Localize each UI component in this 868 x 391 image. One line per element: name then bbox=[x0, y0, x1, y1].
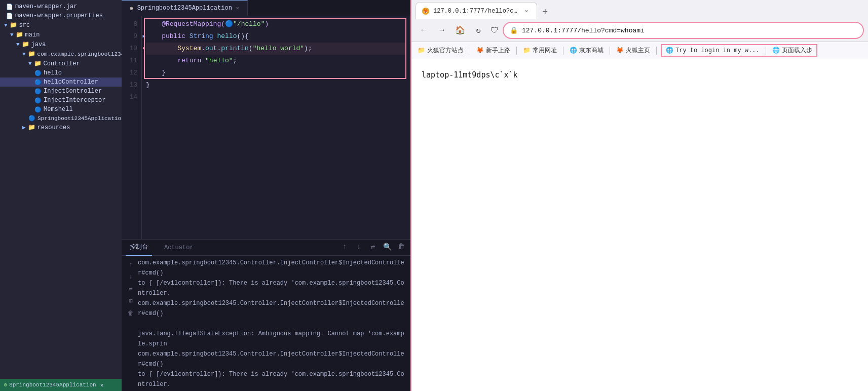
console-up-btn[interactable]: ↑ bbox=[339, 242, 350, 252]
folder-open-icon: ▼ bbox=[22, 51, 26, 57]
folder-open-icon: ▼ bbox=[4, 22, 8, 28]
tree-item-controller-folder[interactable]: ▼ 📁 Controller bbox=[0, 59, 122, 68]
tree-item-src[interactable]: ▼ 📁 src bbox=[0, 20, 122, 30]
bookmark-newbie[interactable]: 🦊 新手上路 bbox=[474, 45, 512, 56]
code-area: 8 9 10 11 12 13 14 @RequestMapping(🔵"/he… bbox=[122, 16, 410, 239]
editor-tab-springboot[interactable]: ⚙ Springboot12345Application ✕ bbox=[122, 0, 248, 16]
code-line-12: } bbox=[146, 67, 406, 79]
console-clear-btn[interactable]: 🗑 bbox=[396, 242, 406, 252]
browser-back-btn[interactable]: ← bbox=[416, 22, 432, 38]
console-sidebar-wrap[interactable]: ⇄ bbox=[126, 284, 136, 294]
tree-item-inject-interceptor[interactable]: 🔵 InjectInterceptor bbox=[0, 96, 122, 105]
tree-item-java[interactable]: ▼ 📁 java bbox=[0, 40, 122, 49]
tree-item-package[interactable]: ▼ 📁 com.example.springboot12345 bbox=[0, 49, 122, 59]
console-tab-bar: 控制台 Actuator ↑ ↓ ⇄ 🔍 🗑 bbox=[122, 240, 410, 256]
console-sidebar-collapse[interactable]: ⊞ bbox=[126, 296, 136, 306]
code-line-9: public String hello(){ bbox=[146, 30, 406, 43]
properties-icon: 📄 bbox=[6, 13, 13, 19]
bookmark-firefox-home[interactable]: 🦊 火狐主页 bbox=[614, 45, 652, 56]
address-bar[interactable]: 🔒 127.0.0.1:7777/hello?cmd=whoami bbox=[503, 22, 864, 39]
folder-icon-2: 📁 bbox=[523, 47, 531, 54]
run-bar: ⚙ Springboot12345Application ✕ bbox=[0, 379, 122, 391]
line-num-9: 9 bbox=[122, 30, 137, 43]
browser-content: laptop-11mt9dps\c`x`k bbox=[411, 59, 868, 391]
bookmark-sep-1 bbox=[470, 47, 470, 55]
tree-item-springboot-app[interactable]: 🔵 Springboot12345Application bbox=[0, 114, 122, 123]
browser-forward-btn[interactable]: → bbox=[434, 22, 450, 38]
tree-item-memshell[interactable]: 🔵 Memshell bbox=[0, 105, 122, 114]
browser-favicon: 🦊 bbox=[422, 8, 429, 15]
line-num-14: 14 bbox=[122, 91, 137, 103]
folder-icon: 📁 bbox=[418, 47, 425, 54]
console-sidebar-down[interactable]: ↓ bbox=[126, 272, 136, 282]
editor-tab-bar: ⚙ Springboot12345Application ✕ bbox=[122, 0, 410, 16]
line-numbers: 8 9 10 11 12 13 14 bbox=[122, 16, 142, 239]
shield-icon: 🛡 bbox=[488, 24, 501, 36]
firefox-icon: 🦊 bbox=[476, 47, 484, 54]
run-icon: ⚙ bbox=[4, 382, 7, 388]
ide-panel: 📄 maven-wrapper.jar 📄 maven-wrapper.prop… bbox=[0, 0, 410, 391]
editor-area: ⚙ Springboot12345Application ✕ 8 9 10 11… bbox=[122, 0, 410, 239]
console-line-4 bbox=[138, 319, 406, 329]
browser-tab-strip: 🦊 127.0.0.1:7777/hello?cmd=whoa... ✕ + bbox=[411, 0, 868, 19]
browser-tab-active[interactable]: 🦊 127.0.0.1:7777/hello?cmd=whoa... ✕ bbox=[416, 2, 537, 19]
globe-icon-login: 🌐 bbox=[666, 47, 673, 54]
editor-content: 8 9 10 11 12 13 14 @RequestMapping(🔵"/he… bbox=[122, 16, 410, 239]
bookmark-huhu-official[interactable]: 📁 火狐官方站点 bbox=[416, 45, 466, 56]
globe-icon-jd: 🌐 bbox=[570, 47, 577, 54]
code-line-11: return "hello"; bbox=[146, 55, 406, 67]
address-url-text: 127.0.0.1:7777/hello?cmd=whoami bbox=[522, 27, 857, 34]
bookmarks-bar: 📁 火狐官方站点 🦊 新手上路 📁 常用网址 🌐 京东商城 🦊 火狐主页 bbox=[411, 42, 868, 59]
bookmark-jd[interactable]: 🌐 京东商城 bbox=[568, 45, 606, 56]
console-toolbar: ↑ ↓ ⇄ 🔍 🗑 bbox=[339, 242, 406, 252]
line-num-8: 8 bbox=[122, 18, 137, 30]
springboot-tab-icon: ⚙ bbox=[130, 5, 133, 12]
console-wrap-btn[interactable]: ⇄ bbox=[368, 242, 378, 252]
tree-item-hello-controller[interactable]: 🔵 helloController bbox=[0, 77, 122, 87]
firefox-icon-2: 🦊 bbox=[616, 47, 624, 54]
tree-item-inject-controller[interactable]: 🔵 InjectController bbox=[0, 87, 122, 96]
console-tab-actuator[interactable]: Actuator bbox=[160, 240, 198, 256]
code-line-10: System.out.println("hello world"); bbox=[146, 43, 406, 55]
browser-chrome: 🦊 127.0.0.1:7777/hello?cmd=whoa... ✕ + ←… bbox=[411, 0, 868, 59]
folder-open-icon: ▼ bbox=[16, 42, 20, 48]
tree-item-maven-jar[interactable]: 📄 maven-wrapper.jar bbox=[0, 2, 122, 11]
run-close[interactable]: ✕ bbox=[100, 382, 104, 388]
command-output: laptop-11mt9dps\c`x`k bbox=[422, 69, 858, 81]
console-tab-console[interactable]: 控制台 bbox=[126, 240, 152, 256]
browser-tab-close-btn[interactable]: ✕ bbox=[522, 7, 531, 15]
line-num-11: 11 bbox=[122, 55, 137, 67]
folder-closed-icon: ▶ bbox=[22, 124, 26, 131]
java-file-icon: 🔵 bbox=[34, 88, 42, 95]
line-num-10: 10 bbox=[122, 43, 137, 55]
bookmark-page-load[interactable]: 🌐 页面载入步 bbox=[770, 45, 814, 56]
tree-item-resources[interactable]: ▶ 📁 resources bbox=[0, 123, 122, 132]
console-sidebar: ↑ ↓ ⇄ ⊞ 🗑 bbox=[126, 258, 138, 389]
line-num-13: 13 bbox=[122, 79, 137, 91]
browser-home-btn[interactable]: 🏠 bbox=[452, 22, 468, 38]
bookmark-try-login[interactable]: 🌐 Try to login in my w... bbox=[664, 46, 762, 55]
console-down-btn[interactable]: ↓ bbox=[354, 242, 364, 252]
console-content: ↑ ↓ ⇄ ⊞ 🗑 com.example.springboot12345.Co… bbox=[122, 256, 410, 391]
console-line-5: java.lang.IllegalStateException: Ambiguo… bbox=[138, 329, 406, 349]
code-line-14 bbox=[146, 91, 406, 103]
tree-item-hello[interactable]: 🔵 hello bbox=[0, 68, 122, 77]
browser-refresh-btn[interactable]: ↻ bbox=[470, 22, 486, 38]
tree-item-main[interactable]: ▼ 📁 main bbox=[0, 30, 122, 40]
console-sidebar-up[interactable]: ↑ bbox=[126, 260, 136, 270]
java-file-icon: 🔵 bbox=[34, 79, 42, 86]
bookmark-sep-3 bbox=[563, 47, 563, 55]
console-sidebar-clear[interactable]: 🗑 bbox=[126, 308, 136, 319]
code-line-13: } bbox=[146, 79, 406, 91]
output-text: laptop-11mt9dps\c`x`k bbox=[422, 70, 518, 80]
console-filter-btn[interactable]: 🔍 bbox=[382, 242, 392, 252]
tab-close-icon[interactable]: ✕ bbox=[236, 5, 239, 11]
bookmark-sep-2 bbox=[516, 47, 517, 55]
tree-item-maven-props[interactable]: 📄 maven-wrapper.properties bbox=[0, 11, 122, 20]
bookmark-common-sites[interactable]: 📁 常用网址 bbox=[521, 45, 559, 56]
console-line-2: to { [/evilcontroller]}: There is alread… bbox=[138, 278, 406, 298]
java-file-icon: 🔵 bbox=[34, 106, 42, 113]
browser-tab-new-btn[interactable]: + bbox=[538, 5, 552, 19]
java-file-icon: 🔵 bbox=[34, 70, 42, 76]
console-line-7: to { [/evilcontroller]}: There is alread… bbox=[138, 369, 406, 389]
